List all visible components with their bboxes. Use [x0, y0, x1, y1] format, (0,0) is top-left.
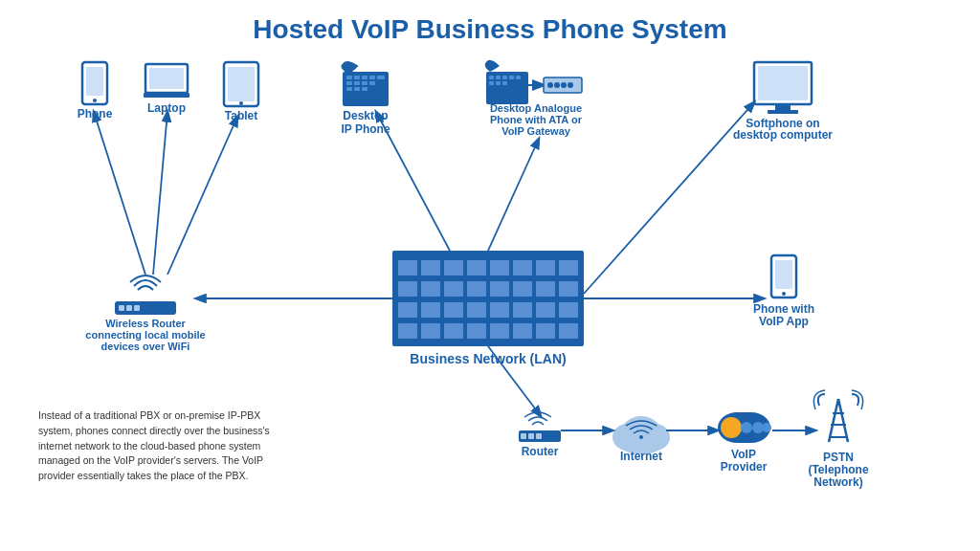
svg-rect-20	[362, 81, 368, 85]
svg-rect-99	[528, 433, 534, 439]
phone-voip-app: Phone with VoIP App	[753, 255, 814, 328]
desktop-analogue-phone: Desktop Analogue Phone with ATA or VoIP …	[485, 60, 583, 137]
svg-point-106	[639, 435, 643, 439]
svg-line-125	[94, 112, 145, 275]
svg-text:Phone with: Phone with	[753, 302, 814, 316]
svg-rect-24	[362, 87, 368, 91]
softphone-desktop: Softphone on desktop computer	[733, 62, 833, 142]
svg-point-40	[561, 82, 567, 88]
pstn-tower: PSTN (Telephone Network)	[808, 390, 868, 489]
svg-rect-9	[228, 67, 255, 101]
svg-rect-52	[119, 305, 124, 311]
svg-rect-82	[559, 302, 578, 318]
svg-point-38	[547, 82, 553, 88]
svg-rect-85	[444, 323, 463, 339]
svg-rect-61	[444, 260, 463, 276]
svg-rect-89	[536, 323, 555, 339]
svg-rect-28	[489, 76, 494, 79]
svg-rect-21	[369, 81, 375, 85]
svg-rect-53	[126, 305, 132, 311]
svg-rect-77	[444, 302, 463, 318]
svg-point-109	[721, 417, 742, 438]
svg-rect-16	[369, 76, 375, 79]
svg-rect-66	[559, 260, 578, 276]
svg-rect-74	[559, 281, 578, 297]
svg-text:connecting local mobile: connecting local mobile	[85, 329, 205, 341]
svg-text:Provider: Provider	[721, 460, 768, 474]
svg-line-131	[584, 102, 754, 294]
svg-rect-69	[444, 281, 463, 297]
svg-line-130	[488, 139, 539, 251]
svg-rect-46	[758, 66, 808, 100]
diagram: Phone Laptop Tablet	[19, 55, 961, 523]
svg-rect-79	[490, 302, 509, 318]
svg-text:Laptop: Laptop	[147, 101, 186, 115]
svg-rect-35	[502, 81, 507, 85]
svg-text:Wireless Router: Wireless Router	[105, 318, 186, 329]
svg-rect-47	[775, 104, 791, 110]
voip-provider: VoIP Provider	[718, 412, 771, 474]
svg-point-2	[93, 99, 97, 102]
svg-rect-100	[536, 433, 542, 439]
svg-rect-48	[768, 110, 798, 114]
svg-rect-62	[467, 260, 486, 276]
svg-rect-22	[346, 87, 352, 91]
description-text: Instead of a traditional PBX or on-premi…	[38, 408, 297, 484]
svg-rect-23	[354, 87, 360, 91]
svg-rect-1	[86, 67, 103, 96]
svg-rect-90	[559, 323, 578, 339]
svg-text:VoIP App: VoIP App	[759, 315, 809, 328]
svg-text:VoIP: VoIP	[731, 448, 756, 461]
svg-rect-17	[377, 76, 385, 79]
svg-rect-80	[513, 302, 532, 318]
svg-rect-6	[144, 93, 189, 98]
laptop-device: Laptop	[144, 64, 189, 115]
svg-rect-29	[496, 76, 501, 79]
svg-rect-15	[362, 76, 368, 79]
svg-rect-87	[490, 323, 509, 339]
svg-point-112	[762, 423, 771, 432]
svg-rect-33	[489, 81, 494, 85]
svg-rect-75	[398, 302, 417, 318]
svg-rect-83	[398, 323, 417, 339]
phone-device: Phone	[78, 62, 113, 121]
svg-rect-19	[354, 81, 360, 85]
svg-text:Router: Router	[522, 445, 559, 458]
svg-text:devices over WiFi: devices over WiFi	[101, 341, 190, 352]
svg-rect-60	[421, 260, 440, 276]
svg-rect-68	[421, 281, 440, 297]
svg-rect-18	[346, 81, 352, 85]
page-title: Hosted VoIP Business Phone System	[19, 10, 961, 45]
svg-point-41	[568, 82, 573, 88]
svg-rect-63	[490, 260, 509, 276]
svg-line-127	[167, 117, 237, 275]
svg-rect-14	[354, 76, 360, 79]
svg-line-116	[838, 399, 848, 442]
svg-rect-5	[149, 68, 184, 89]
svg-point-10	[239, 101, 243, 105]
business-network: Business Network (LAN)	[392, 251, 584, 366]
svg-rect-30	[502, 76, 507, 79]
svg-rect-59	[398, 260, 417, 276]
svg-line-115	[829, 399, 838, 442]
wireless-router: Wireless Router connecting local mobile …	[85, 276, 205, 352]
svg-rect-64	[513, 260, 532, 276]
svg-rect-13	[346, 76, 352, 79]
svg-text:Phone with ATA or: Phone with ATA or	[490, 114, 583, 125]
svg-rect-78	[467, 302, 486, 318]
svg-point-39	[554, 82, 560, 88]
svg-point-110	[741, 422, 752, 433]
svg-rect-72	[513, 281, 532, 297]
svg-text:desktop computer: desktop computer	[733, 128, 833, 142]
svg-point-94	[782, 292, 786, 296]
svg-rect-98	[521, 433, 526, 439]
svg-rect-81	[536, 302, 555, 318]
svg-rect-88	[513, 323, 532, 339]
internet-cloud: Internet	[612, 416, 670, 463]
svg-rect-34	[496, 81, 501, 85]
svg-text:VoIP Gateway: VoIP Gateway	[501, 125, 571, 137]
svg-rect-76	[421, 302, 440, 318]
svg-text:Network): Network)	[813, 475, 862, 489]
svg-line-129	[376, 112, 450, 251]
svg-text:(Telephone: (Telephone	[808, 463, 868, 476]
